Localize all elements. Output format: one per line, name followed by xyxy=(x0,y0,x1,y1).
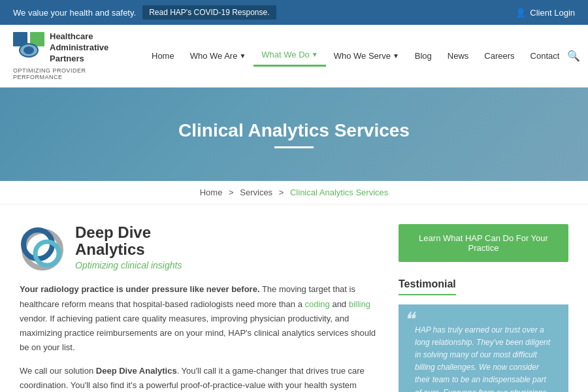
covid-link[interactable]: Read HAP's COVID-19 Response. xyxy=(142,5,276,20)
hero-banner: Clinical Analytics Services xyxy=(0,88,588,181)
svg-point-3 xyxy=(24,46,34,54)
client-login-button[interactable]: 👤 Client Login xyxy=(515,8,575,18)
learn-hap-button[interactable]: Learn What HAP Can Do For Your Practice xyxy=(399,224,568,262)
content-para2: We call our solution Deep Dive Analytics… xyxy=(20,364,379,392)
brand-tagline: Optimizing clinical insights xyxy=(75,260,182,270)
content-body: Your radiology practice is under pressur… xyxy=(20,282,379,392)
content-right: Learn What HAP Can Do For Your Practice … xyxy=(399,224,568,392)
brand-logo-text: Deep DiveAnalytics Optimizing clinical i… xyxy=(75,224,182,271)
nav-who-we-serve[interactable]: Who We Serve ▼ xyxy=(326,46,407,66)
nav-contact[interactable]: Contact xyxy=(523,46,568,66)
open-quote-icon: ❝ xyxy=(404,310,414,329)
top-bar-left: We value your health and safety. Read HA… xyxy=(13,5,276,20)
testimonial-section: Testimonial ❝ HAP has truly earned our t… xyxy=(399,278,568,392)
nav-blog[interactable]: Blog xyxy=(407,46,440,66)
content-left: Deep DiveAnalytics Optimizing clinical i… xyxy=(20,224,379,392)
main-content: Deep DiveAnalytics Optimizing clinical i… xyxy=(0,204,588,392)
breadcrumb-current: Clinical Analytics Services xyxy=(290,188,388,197)
chevron-down-icon: ▼ xyxy=(393,52,399,59)
nav-news[interactable]: News xyxy=(440,46,477,66)
header: Healthcare Administrative Partners OPTIM… xyxy=(0,25,588,88)
main-nav: Home Who We Are ▼ What We Do ▼ Who We Se… xyxy=(144,44,580,67)
health-message: We value your health and safety. xyxy=(13,8,136,18)
breadcrumb-home[interactable]: Home xyxy=(200,188,223,197)
logo-graphic: Healthcare Administrative Partners xyxy=(13,31,118,65)
testimonial-text: HAP has truly earned our trust over a lo… xyxy=(412,318,555,392)
top-bar: We value your health and safety. Read HA… xyxy=(0,0,588,25)
brand-logo: Deep DiveAnalytics Optimizing clinical i… xyxy=(20,224,379,271)
billing-link[interactable]: billing xyxy=(349,299,370,309)
chevron-down-icon: ▼ xyxy=(239,52,246,59)
brand-logo-icon xyxy=(20,225,65,270)
breadcrumb-sep2: > xyxy=(279,188,284,197)
user-icon: 👤 xyxy=(515,8,526,18)
nav-home[interactable]: Home xyxy=(144,46,182,66)
nav-careers[interactable]: Careers xyxy=(476,46,522,66)
logo-icon xyxy=(13,32,44,63)
logo-tagline: OPTIMIZING PROVIDER PERFORMANCE xyxy=(13,67,118,80)
hero-title: Clinical Analytics Services xyxy=(178,120,410,148)
coding-link[interactable]: coding xyxy=(304,299,329,309)
testimonial-title: Testimonial xyxy=(399,278,456,295)
nav-what-we-do[interactable]: What We Do ▼ xyxy=(253,44,325,67)
logo-text: Healthcare Administrative Partners xyxy=(50,31,108,65)
search-icon[interactable]: 🔍 xyxy=(567,50,580,62)
testimonial-box: ❝ HAP has truly earned our trust over a … xyxy=(399,304,568,392)
logo[interactable]: Healthcare Administrative Partners OPTIM… xyxy=(13,31,118,80)
chevron-down-icon: ▼ xyxy=(312,51,318,58)
content-para1: Your radiology practice is under pressur… xyxy=(20,282,379,354)
breadcrumb-services[interactable]: Services xyxy=(240,188,272,197)
breadcrumb-sep: > xyxy=(229,188,234,197)
breadcrumb: Home > Services > Clinical Analytics Ser… xyxy=(0,181,588,204)
nav-who-we-are[interactable]: Who We Are ▼ xyxy=(182,46,254,66)
